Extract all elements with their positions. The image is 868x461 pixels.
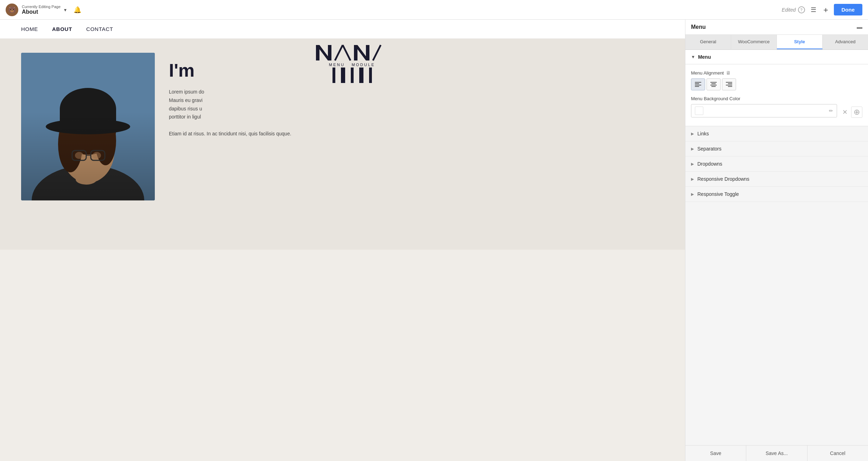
svg-rect-27 xyxy=(695,83,699,84)
svg-rect-31 xyxy=(711,83,716,84)
svg-rect-9 xyxy=(369,68,372,83)
align-right-icon xyxy=(726,82,732,87)
logo-emoji: 🐻 xyxy=(8,6,16,14)
svg-line-4 xyxy=(373,45,381,60)
svg-rect-32 xyxy=(710,85,717,85)
alignment-field-label: Menu Alignment 🖥 xyxy=(691,70,862,76)
links-section[interactable]: ▶ Links xyxy=(685,126,868,141)
dropdowns-section[interactable]: ▶ Dropdowns xyxy=(685,156,868,172)
svg-point-17 xyxy=(46,119,130,134)
minimize-panel-icon[interactable]: ▬ xyxy=(857,24,862,30)
svg-marker-3 xyxy=(354,45,369,60)
align-right-button[interactable] xyxy=(722,78,736,90)
svg-rect-12 xyxy=(79,158,97,179)
svg-point-16 xyxy=(95,116,116,165)
svg-rect-35 xyxy=(728,83,732,84)
done-button[interactable]: Done xyxy=(834,4,863,15)
align-center-icon xyxy=(710,82,717,87)
tab-general[interactable]: General xyxy=(685,35,731,49)
svg-rect-8 xyxy=(359,68,363,83)
svg-rect-21 xyxy=(91,151,105,160)
main-layout: HOME ABOUT CONTACT MENU MODU xyxy=(0,20,868,461)
site-logo: 🐻 xyxy=(6,4,18,16)
eyedropper-icon[interactable]: ✏ xyxy=(829,108,833,114)
panel-title: Menu xyxy=(691,24,706,30)
logo-bottom-i2 xyxy=(348,68,356,83)
responsive-dropdowns-section[interactable]: ▶ Responsive Dropdowns xyxy=(685,172,868,187)
save-as-button[interactable]: Save As... xyxy=(746,446,807,461)
responsive-toggle-section[interactable]: ▶ Responsive Toggle xyxy=(685,187,868,202)
nav-item-about[interactable]: ABOUT xyxy=(52,26,72,32)
svg-point-23 xyxy=(75,152,83,159)
logo-bottom-i3 xyxy=(366,68,375,83)
clear-color-button[interactable]: ✕ xyxy=(840,107,850,117)
svg-line-2 xyxy=(343,45,350,60)
settings-panel: Menu ▬ General WooCommerce Style Advance… xyxy=(685,20,868,461)
svg-rect-6 xyxy=(341,68,345,83)
svg-rect-29 xyxy=(695,86,699,87)
tab-style[interactable]: Style xyxy=(777,35,823,49)
panel-tabs: General WooCommerce Style Advanced xyxy=(685,35,868,50)
align-left-button[interactable] xyxy=(691,78,705,90)
svg-point-11 xyxy=(32,165,144,200)
align-left-icon xyxy=(695,82,701,87)
help-icon[interactable]: ? xyxy=(798,6,805,13)
add-color-button[interactable]: ⊕ xyxy=(851,107,862,118)
svg-rect-28 xyxy=(695,85,701,85)
svg-rect-10 xyxy=(21,53,155,200)
page-switcher-chevron[interactable]: ▾ xyxy=(64,7,66,13)
svg-rect-37 xyxy=(728,86,732,87)
alignment-buttons-group xyxy=(691,78,862,90)
separators-chevron-icon: ▶ xyxy=(691,147,694,151)
links-label: Links xyxy=(697,131,709,136)
color-input-field[interactable]: ✏ xyxy=(691,104,837,117)
links-chevron-icon: ▶ xyxy=(691,132,694,136)
svg-rect-7 xyxy=(351,68,354,83)
responsive-toggle-label: Responsive Toggle xyxy=(697,191,739,197)
logo-bottom-row xyxy=(330,68,375,83)
tab-woocommerce[interactable]: WooCommerce xyxy=(731,35,777,49)
logo-top-row xyxy=(315,44,390,62)
logo-letter-n1 xyxy=(315,44,333,62)
align-center-button[interactable] xyxy=(707,78,721,90)
svg-marker-0 xyxy=(316,45,331,60)
panel-header: Menu ▬ xyxy=(685,20,868,35)
add-element-icon[interactable]: ＋ xyxy=(822,5,830,15)
svg-point-15 xyxy=(58,116,83,172)
person-silhouette xyxy=(21,53,155,200)
bg-color-label: Menu Background Color xyxy=(691,96,862,101)
page-text-content: I'm Lorem ipsum do Mauris eu gravi dapib… xyxy=(169,53,664,236)
cancel-button[interactable]: Cancel xyxy=(807,446,868,461)
svg-point-14 xyxy=(60,105,116,155)
list-icon[interactable]: ☰ xyxy=(811,6,816,14)
separators-section[interactable]: ▶ Separators xyxy=(685,141,868,156)
logo-letter-slash xyxy=(334,44,352,62)
menu-section-label: Menu xyxy=(698,54,711,60)
body-text: Lorem ipsum do Mauris eu gravi dapibus r… xyxy=(169,88,664,138)
menu-section-header[interactable]: ▼ Menu xyxy=(685,50,868,64)
svg-rect-5 xyxy=(332,68,335,83)
page-header: HOME ABOUT CONTACT MENU MODU xyxy=(0,20,685,39)
responsive-dropdowns-label: Responsive Dropdowns xyxy=(697,176,749,182)
page-name-label: About xyxy=(22,9,61,15)
nav-item-contact[interactable]: CONTACT xyxy=(86,26,113,32)
svg-rect-36 xyxy=(726,85,732,85)
panel-content: ▼ Menu Menu Alignment 🖥 xyxy=(685,50,868,445)
canvas-area: HOME ABOUT CONTACT MENU MODU xyxy=(0,20,685,461)
logo-subtitle: MENU MODULE xyxy=(329,63,375,67)
portrait-image xyxy=(21,53,155,200)
site-brand-logo: MENU MODULE xyxy=(315,44,390,83)
logo-bottom-i1 xyxy=(330,68,338,83)
hero-heading: I'm xyxy=(169,60,664,81)
svg-point-13 xyxy=(62,120,114,183)
responsive-toggle-chevron-icon: ▶ xyxy=(691,192,694,197)
save-button[interactable]: Save xyxy=(685,446,746,461)
panel-footer: Save Save As... Cancel xyxy=(685,445,868,461)
nav-item-home[interactable]: HOME xyxy=(21,26,38,32)
tab-advanced[interactable]: Advanced xyxy=(823,35,868,49)
responsive-dropdowns-chevron-icon: ▶ xyxy=(691,177,694,181)
notifications-bell[interactable]: 🔔 xyxy=(74,6,81,14)
monitor-icon: 🖥 xyxy=(726,70,731,76)
topbar: 🐻 Currently Editing Page About ▾ 🔔 Edite… xyxy=(0,0,868,20)
dropdowns-label: Dropdowns xyxy=(697,161,722,167)
